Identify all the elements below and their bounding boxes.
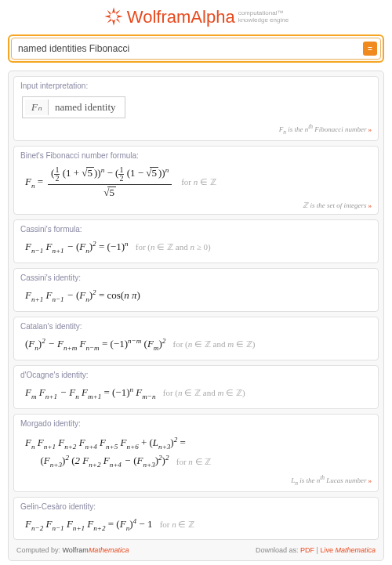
pod-title: Binet's Fibonacci number formula: — [20, 151, 372, 160]
pod-note[interactable]: ℤ is the set of integers» — [20, 201, 372, 209]
pod-title: Cassini's formula: — [20, 225, 372, 234]
pod-title: Gelin-Cesàro identity: — [20, 502, 372, 511]
pod-title: Catalan's identity: — [20, 322, 372, 331]
download-as: Download as: PDF | Live Mathematica — [256, 546, 376, 554]
pod-morgado: Morgado identity: Fn Fn+1 Fn+2 Fn+4 Fn+5… — [13, 414, 379, 492]
svg-marker-3 — [104, 15, 111, 18]
pod-input-interpretation: Input interpretation: Fₙ named identity … — [13, 76, 379, 141]
search-input[interactable] — [12, 43, 363, 54]
pod-catalan: Catalan's identity: (Fn)2 − Fn+m Fn−m = … — [13, 317, 379, 360]
logo[interactable]: WolframAlpha computational™knowledge eng… — [103, 6, 289, 28]
search-bar: = — [8, 34, 384, 63]
svg-marker-2 — [112, 20, 115, 26]
formula: Fn−2 Fn−1 Fn+1 Fn+2 = (Fn)4 − 1 for n ∈ … — [20, 516, 372, 535]
logo-subtitle: computational™knowledge engine — [238, 10, 289, 24]
results-footer: Computed by: WolframMathematica Download… — [13, 545, 379, 556]
pod-note[interactable]: Ln is the nth Lucas number» — [20, 474, 372, 487]
equals-icon: = — [368, 45, 372, 53]
header: WolframAlpha computational™knowledge eng… — [0, 0, 392, 31]
svg-marker-5 — [115, 17, 120, 23]
pod-cassini-identity: Cassini's identity: Fn+1 Fn−1 − (Fn)2 = … — [13, 268, 379, 312]
logo-text: WolframAlpha — [127, 7, 235, 27]
chevron-icon: » — [368, 201, 372, 209]
entity-label: named identity — [49, 100, 122, 115]
pod-title: Input interpretation: — [20, 81, 372, 90]
pod-note[interactable]: Fn is the nth Fibonacci number» — [20, 123, 372, 136]
svg-marker-0 — [112, 7, 115, 13]
pod-title: Cassini's identity: — [20, 273, 372, 282]
wolfram-spiky-icon — [103, 6, 124, 28]
pod-cassini-formula: Cassini's formula: Fn−1 Fn+1 − (Fn)2 = (… — [13, 219, 379, 263]
results-container: Input interpretation: Fₙ named identity … — [8, 71, 384, 561]
formula: Fn = (12 (1 + √5))n − (12 (1 − √5))n √5 … — [20, 165, 220, 201]
formula: Fn+1 Fn−1 − (Fn)2 = cos(n π) — [20, 287, 372, 306]
pod-binet: Binet's Fibonacci number formula: Fn = (… — [13, 146, 379, 215]
svg-marker-7 — [107, 10, 112, 16]
chevron-icon: » — [368, 125, 372, 133]
download-live-link[interactable]: Live Mathematica — [320, 546, 376, 554]
search-submit-button[interactable]: = — [363, 42, 377, 56]
download-pdf-link[interactable]: PDF — [300, 546, 314, 554]
formula: Fm Fn+1 − Fn Fm+1 = (−1)n Fm−n for (n ∈ … — [20, 384, 372, 404]
formula: Fn−1 Fn+1 − (Fn)2 = (−1)n for (n ∈ ℤ and… — [20, 238, 372, 258]
pod-title: Morgado identity: — [20, 419, 372, 428]
input-box: Fₙ named identity — [22, 96, 125, 118]
pod-title: d'Ocagne's identity: — [20, 371, 372, 379]
formula: (Fn)2 − Fn+m Fn−m = (−1)n−m (Fm)2 for (n… — [20, 335, 372, 355]
entity-fn: Fₙ — [25, 100, 49, 115]
svg-marker-6 — [107, 18, 113, 23]
pod-docagne: d'Ocagne's identity: Fm Fn+1 − Fn Fm+1 =… — [13, 365, 379, 409]
pod-gelin-cesaro: Gelin-Cesàro identity: Fn−2 Fn−1 Fn+1 Fn… — [13, 497, 379, 541]
svg-marker-4 — [114, 10, 120, 15]
svg-marker-1 — [117, 15, 123, 18]
computed-by: Computed by: WolframMathematica — [16, 546, 129, 554]
formula: Fn Fn+1 Fn+2 Fn+4 Fn+5 Fn+6 + (Ln+3)2 = … — [20, 433, 372, 474]
chevron-icon: » — [368, 476, 372, 484]
